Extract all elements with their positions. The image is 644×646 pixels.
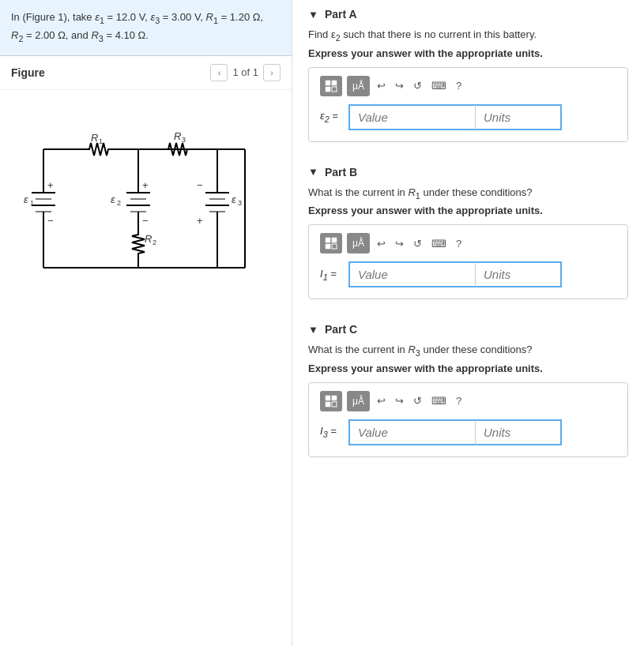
part-c-question: What is the current in R3 under these co… [308,344,628,358]
part-b-reset-button[interactable]: ↺ [411,238,424,250]
part-c-units-input[interactable] [475,419,562,445]
svg-rect-51 [326,244,330,249]
part-a-label: ε2 = [320,110,344,124]
svg-rect-49 [326,238,330,242]
part-c-instruction: Express your answer with the appropriate… [308,362,628,374]
part-b-collapse[interactable]: ▼ [308,166,318,178]
part-c-units-button[interactable]: μÅ [347,391,370,411]
prev-figure-button[interactable]: ‹ [210,64,228,81]
part-a-input-row: ε2 = [320,104,616,130]
part-c-undo-button[interactable]: ↩ [375,395,388,407]
part-a-undo-button[interactable]: ↩ [375,80,388,92]
part-b-question: What is the current in R1 under these co… [308,186,628,201]
svg-text:ε: ε [111,193,115,205]
part-b-toolbar: μÅ ↩ ↪ ↺ ⌨ ? [320,233,616,254]
svg-text:R: R [145,233,152,245]
part-c-keyboard-button[interactable]: ⌨ [429,395,449,407]
part-c-collapse[interactable]: ▼ [308,324,318,336]
figure-nav: ‹ 1 of 1 › [210,64,281,81]
part-a-redo-button[interactable]: ↪ [393,80,406,92]
svg-text:1: 1 [99,137,103,145]
figure-nav-label: 1 of 1 [232,66,258,78]
part-a-units-button[interactable]: μÅ [347,76,370,96]
part-c-value-input[interactable] [348,419,475,445]
part-b-units-button[interactable]: μÅ [347,233,370,254]
svg-rect-54 [332,396,337,400]
figure-header: Figure ‹ 1 of 1 › [0,56,292,90]
part-c-header: ▼ Part C [308,323,628,336]
part-b-header: ▼ Part B [308,166,628,178]
part-c-toolbar: μÅ ↩ ↪ ↺ ⌨ ? [320,391,616,411]
svg-text:−: − [142,215,149,227]
part-b-value-input[interactable] [348,261,475,287]
circuit-svg: R 1 [20,110,273,323]
part-b-instruction: Express your answer with the appropriate… [308,205,628,216]
svg-text:R: R [174,130,181,142]
part-a-title: Part A [325,8,357,21]
svg-text:R: R [91,132,98,144]
svg-text:3: 3 [238,199,242,207]
next-figure-button[interactable]: › [263,64,281,81]
part-b-label: I1 = [320,268,344,282]
svg-text:+: + [47,179,54,191]
part-c-input-row: I3 = [320,419,616,445]
part-b-units-input[interactable] [475,261,562,287]
svg-text:−: − [47,215,54,227]
svg-rect-53 [326,396,330,400]
svg-text:+: + [142,179,149,191]
part-c-help-button[interactable]: ? [454,395,464,407]
part-b-section: ▼ Part B What is the current in R1 under… [308,166,628,300]
svg-text:2: 2 [117,199,121,207]
svg-text:1: 1 [30,199,34,207]
svg-text:+: + [197,215,203,227]
svg-rect-46 [332,81,337,85]
part-b-help-button[interactable]: ? [454,238,464,250]
left-panel: In (Figure 1), take ε1 = 12.0 V, ε3 = 3.… [0,0,292,646]
part-a-toolbar: μÅ ↩ ↪ ↺ ⌨ ? [320,76,616,96]
svg-rect-55 [326,402,330,407]
problem-text-line2: R2 = 2.00 Ω, and R3 = 4.10 Ω. [11,29,149,41]
part-b-grid-button[interactable] [320,233,342,254]
svg-rect-52 [332,244,337,249]
svg-rect-50 [332,238,337,242]
part-c-answer-box: μÅ ↩ ↪ ↺ ⌨ ? I3 = [308,382,628,457]
part-a-header: ▼ Part A [308,8,628,21]
part-a-question: Find ε2 such that there is no current in… [308,28,628,43]
part-a-collapse[interactable]: ▼ [308,9,318,21]
right-panel: ▼ Part A Find ε2 such that there is no c… [292,0,644,646]
part-c-section: ▼ Part C What is the current in R3 under… [308,323,628,457]
problem-statement: In (Figure 1), take ε1 = 12.0 V, ε3 = 3.… [0,0,292,56]
part-c-label: I3 = [320,425,344,439]
part-a-value-input[interactable] [348,104,475,130]
part-c-reset-button[interactable]: ↺ [411,395,424,407]
part-c-grid-button[interactable] [320,391,342,411]
part-b-input-row: I1 = [320,261,616,287]
part-c-title: Part C [325,323,357,336]
part-a-help-button[interactable]: ? [454,80,464,92]
part-a-instruction: Express your answer with the appropriate… [308,47,628,59]
svg-text:ε: ε [24,193,28,205]
part-c-redo-button[interactable]: ↪ [393,395,406,407]
part-b-redo-button[interactable]: ↪ [393,238,406,250]
svg-text:2: 2 [153,238,156,246]
svg-text:3: 3 [182,136,186,144]
part-a-keyboard-button[interactable]: ⌨ [429,80,449,92]
part-a-grid-button[interactable] [320,76,342,96]
svg-rect-48 [332,87,337,92]
problem-text-line1: In (Figure 1), take ε1 = 12.0 V, ε3 = 3.… [11,11,263,23]
part-a-answer-box: μÅ ↩ ↪ ↺ ⌨ ? ε2 = [308,67,628,142]
part-b-undo-button[interactable]: ↩ [375,238,388,250]
svg-rect-56 [332,402,337,407]
svg-text:ε: ε [232,193,236,205]
circuit-diagram: R 1 [0,90,292,343]
figure-title: Figure [11,66,45,79]
svg-rect-47 [326,87,330,92]
part-a-section: ▼ Part A Find ε2 such that there is no c… [308,8,628,142]
svg-rect-45 [326,81,330,85]
part-a-units-input[interactable] [475,104,562,130]
svg-text:−: − [197,179,203,191]
part-a-reset-button[interactable]: ↺ [411,80,424,92]
part-b-keyboard-button[interactable]: ⌨ [429,238,449,250]
part-b-answer-box: μÅ ↩ ↪ ↺ ⌨ ? I1 = [308,224,628,299]
part-b-title: Part B [325,166,357,178]
